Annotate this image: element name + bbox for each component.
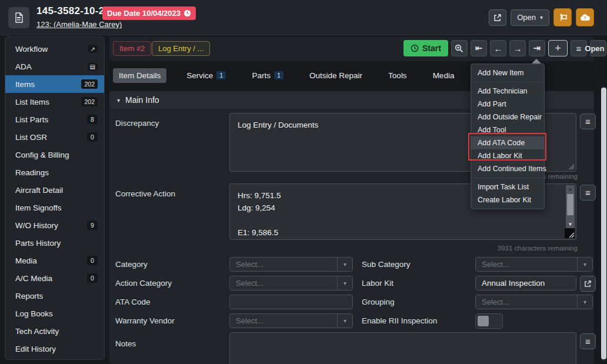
sidebar-item-ada[interactable]: ADA▤ [5,58,104,75]
chevron-down-icon: ▾ [337,258,352,271]
sidebar-item-label: Config & Billing [15,151,69,159]
sub-category-placeholder: Select... [476,260,577,269]
tab-parts[interactable]: Parts1 [246,68,289,83]
sidebar-item-label: Tech Activity [15,327,59,336]
menu-item-add-labor-kit[interactable]: Add Labor Kit [471,149,544,162]
sidebar-item-label: Aircraft Detail [15,186,63,195]
arrow-left-icon: ← [493,44,502,54]
sidebar-item-label: ADA [15,62,32,71]
ata-code-label: ATA Code [115,298,151,306]
corrective-action-line: E1: 9,586.5 [238,226,568,239]
labor-kit-input[interactable]: Annual Inspection [475,276,576,290]
sidebar-item-log-books[interactable]: Log Books [5,305,104,322]
flag-icon [558,13,568,22]
scroll-down-icon: ▼ [568,221,573,228]
sidebar-item-label: Readings [15,168,49,177]
sidebar-item-list-parts[interactable]: List Parts8 [5,111,104,128]
due-date-badge: Due Date 10/04/2023 [102,6,196,20]
sidebar-item-list-osr[interactable]: List OSR0 [5,128,104,146]
menu-item-add-tool[interactable]: Add Tool [471,123,544,136]
menu-item-add-new-item[interactable]: Add New Item [471,66,544,79]
discrepancy-menu-button[interactable]: ≡ [580,113,596,129]
open-external-button[interactable] [489,9,506,26]
sidebar-item-media[interactable]: Media0 [5,252,104,269]
search-button[interactable] [451,40,468,56]
corrective-action-menu-button[interactable]: ≡ [580,185,596,201]
tab-service[interactable]: Service1 [181,68,232,83]
grouping-select[interactable]: Select... ▾ [475,295,593,309]
header-open-dropdown[interactable]: Open ▾ [511,9,549,26]
tab-tools[interactable]: Tools [382,68,413,83]
start-button[interactable]: Start [403,40,448,56]
enable-rii-toggle[interactable] [475,313,503,329]
sidebar-item-readings[interactable]: Readings [5,163,104,181]
tab-count-badge: 1 [274,71,284,79]
scrollbar-thumb[interactable] [567,194,573,215]
sidebar-item-reports[interactable]: Reports [5,287,104,305]
signoff-flag-button[interactable] [553,8,572,26]
notes-menu-button[interactable]: ≡ [580,333,596,349]
resize-handle-active[interactable] [565,228,575,238]
page-scrollbar[interactable] [601,86,606,362]
tab-count-badge: 1 [216,71,226,79]
menu-item-add-ata-code[interactable]: Add ATA Code [471,136,544,149]
add-menu-button[interactable]: + [548,40,568,56]
resize-handle-icon[interactable] [568,163,575,170]
ata-code-input[interactable] [229,295,353,309]
last-item-button[interactable]: ⇥ [529,40,545,56]
notes-textarea[interactable] [229,332,576,364]
labor-kit-label: Labor Kit [362,279,393,288]
sidebar-item-parts-history[interactable]: Parts History [5,234,104,252]
textarea-scrollbar[interactable]: ▲ ▼ [566,185,575,228]
document-button[interactable] [8,7,29,28]
customer-link[interactable]: 123: (Amelia-Mae Carey) [36,20,122,29]
next-item-button[interactable]: → [509,40,526,56]
sidebar-item-edit-history[interactable]: Edit History [5,340,104,358]
log-entry-tag[interactable]: Log Entry / ... [152,41,210,56]
sidebar-item-config-billing[interactable]: Config & Billing [5,146,104,163]
sidebar-list: Workflow↗ADA▤Items202List Items202List P… [5,40,104,358]
first-item-button[interactable]: ⇤ [471,40,487,56]
previous-item-button[interactable]: ← [490,40,506,56]
warranty-vendor-select[interactable]: Select... ▾ [229,313,353,328]
scroll-up-icon: ▲ [568,185,573,193]
menu-item-add-technician[interactable]: Add Technician [471,85,544,98]
grouping-label: Grouping [362,298,395,306]
sidebar-item-label: List Parts [15,115,48,124]
sub-category-select[interactable]: Select... ▾ [475,257,593,272]
sidebar-item-label: List Items [15,98,49,106]
menu-item-add-outside-repair[interactable]: Add Outside Repair [471,111,544,123]
menu-item-import-task-list[interactable]: Import Task List [471,181,544,193]
tab-media[interactable]: Media [427,68,461,83]
sidebar-item-list-items[interactable]: List Items202 [5,93,104,111]
page-scrollbar-thumb[interactable] [601,88,606,359]
sidebar-item-tech-activity[interactable]: Tech Activity [5,322,104,340]
labor-kit-open-button[interactable] [580,276,596,292]
category-select[interactable]: Select... ▾ [229,257,353,272]
tab-outside-repair[interactable]: Outside Repair [304,68,368,83]
count-badge: 0 [87,273,98,283]
plus-icon: + [555,42,561,55]
tab-item-details[interactable]: Item Details [113,68,166,83]
start-clock-icon [411,44,419,52]
labor-kit-value: Annual Inspection [476,279,576,288]
toolbar-open-label: Open [585,44,604,53]
action-category-select[interactable]: Select... ▾ [229,276,353,290]
cloud-help-button[interactable]: ? [576,8,594,26]
sidebar-item-label: Media [15,256,37,265]
chevron-down-icon: ▾ [577,258,592,271]
sidebar-item-aircraft-detail[interactable]: Aircraft Detail [5,181,104,199]
tab-label: Outside Repair [309,71,362,80]
sidebar-item-workflow[interactable]: Workflow↗ [5,40,104,58]
sidebar-item-items[interactable]: Items202 [5,75,104,93]
sidebar-item-item-signoffs[interactable]: Item Signoffs [5,199,104,216]
sidebar-item-w-o-history[interactable]: W/O History9 [5,216,104,234]
sidebar-item-a-c-media[interactable]: A/C Media0 [5,269,104,287]
item-number-tag[interactable]: Item #2 [113,41,151,56]
section-title: Main Info [125,95,159,105]
menu-item-add-part[interactable]: Add Part [471,98,544,111]
warranty-vendor-placeholder: Select... [230,316,337,325]
toolbar-open-dropdown[interactable]: Open ▾ [590,40,606,56]
menu-item-create-labor-kit[interactable]: Create Labor Kit [471,193,544,206]
menu-item-add-continued-items[interactable]: Add Continued Items [471,162,544,175]
